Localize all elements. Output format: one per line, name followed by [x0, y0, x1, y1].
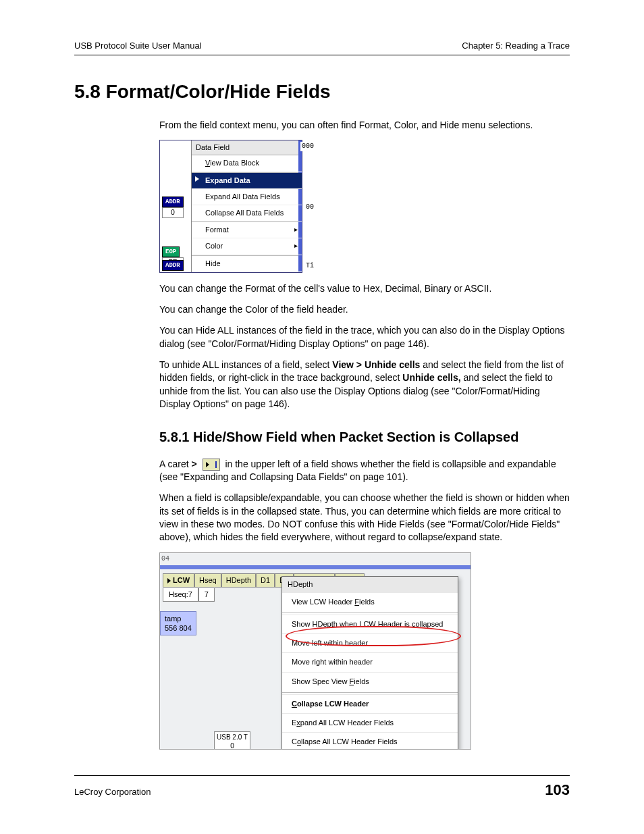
hdepth-context-menu: HDepth View LCW Header Fields Show HDept… [281, 576, 458, 750]
menu-item-view-data-block[interactable]: VView Data Blockiew Data Block [192, 155, 302, 172]
menu-item-hide[interactable]: Hide [192, 256, 302, 272]
addr-block: ADDR 0 [162, 196, 184, 218]
usb-label: USB 2.0 T 0 [214, 731, 250, 750]
hdepth-screenshot: 04 LCW Hseq HDepth D1 D2 Reserved CRC5 H… [159, 552, 471, 750]
caret-greater-than: > [191, 459, 196, 469]
context-menu: Data Field VView Data Blockiew Data Bloc… [191, 140, 302, 271]
small-label-04: 04 [161, 554, 169, 564]
cell-d1[interactable]: D1 [256, 573, 275, 588]
section-heading: 5.8 Format/Color/Hide Fields [74, 81, 570, 103]
caret-paragraph: A caret > in the upper left of a field s… [159, 458, 570, 484]
subsection-heading: 5.8.1 Hide/Show Field when Packet Sectio… [159, 428, 570, 447]
footer-page-number: 103 [545, 781, 570, 799]
intro-paragraph: From the field context menu, you can oft… [159, 119, 570, 132]
menu-title: Data Field [192, 140, 302, 155]
running-header: USB Protocol Suite User Manual Chapter 5… [74, 41, 570, 51]
ts-label: tamp [165, 615, 181, 623]
sub-row: Hseq:7 7 [163, 588, 215, 602]
timestamp-block: tamp 556 804 [160, 611, 196, 636]
right-num-000: 000 [300, 142, 315, 151]
addr2-block: ADDR [162, 259, 184, 271]
bold-unhide-cells: Unhide cells, [402, 372, 460, 383]
page: USB Protocol Suite User Manual Chapter 5… [0, 0, 644, 834]
color-paragraph: You can change the Color of the field he… [159, 303, 570, 316]
blue-bar [160, 565, 471, 569]
menu-item-expand-all[interactable]: Expand All Data Fields [192, 189, 302, 205]
body-column: From the field context menu, you can oft… [159, 119, 570, 750]
addr-chip: ADDR [162, 197, 184, 207]
menu2-move-right[interactable]: Move right within header [282, 652, 458, 671]
menu2-title: HDepth [282, 577, 458, 592]
header-right: Chapter 5: Reading a Trace [462, 41, 570, 51]
menu2-move-left[interactable]: Move left within header [282, 633, 458, 652]
sub-hseq-value: 7 [198, 588, 215, 602]
eop-chip: EOP [162, 246, 180, 257]
footer-corporation: LeCroy Corporation [74, 787, 151, 797]
header-left: USB Protocol Suite User Manual [74, 41, 202, 51]
sub-hseq-label: Hseq:7 [163, 588, 198, 602]
menu-item-collapse-all[interactable]: Collapse All Data Fields [192, 205, 302, 221]
menu2-collapse-header[interactable]: Collapse LCW Header [282, 694, 458, 713]
menu-item-format[interactable]: Format [192, 222, 302, 238]
menu2-show-spec[interactable]: Show Spec View Fields [282, 672, 458, 691]
bold-view-unhide: View > Unhide cells [332, 359, 420, 370]
ts-value: 556 804 [165, 624, 192, 632]
hide-paragraph: You can Hide ALL instances of the field … [159, 324, 570, 350]
menu-item-color[interactable]: Color [192, 238, 302, 255]
unhide-paragraph: To unhide ALL instances of a field, sele… [159, 359, 570, 411]
cell-lcw[interactable]: LCW [163, 573, 194, 588]
header-rule [74, 55, 570, 55]
format-paragraph: You can change the Format of the cell's … [159, 282, 570, 295]
addr-value: 0 [162, 207, 184, 218]
menu2-view-fields[interactable]: View LCW Header Fields [282, 592, 458, 611]
cell-hseq[interactable]: Hseq [194, 573, 221, 588]
addr2-chip: ADDR [162, 260, 184, 271]
menu-item-expand-data[interactable]: Expand Data [192, 173, 302, 189]
collapse-paragraph: When a field is collapsible/expandable, … [159, 492, 570, 544]
caret-icon [203, 459, 220, 471]
menu2-expand-all[interactable]: Expand All LCW Header Fields [282, 713, 458, 732]
right-label-ti: Ti [304, 261, 315, 271]
context-menu-screenshot: Data 8 byt Data Field VView Data Blockie… [159, 140, 302, 272]
cell-hdepth[interactable]: HDepth [221, 573, 256, 588]
menu2-show-when-collapsed[interactable]: Show HDepth when LCW Header is collapsed [282, 615, 458, 633]
menu2-collapse-all[interactable]: Collapse All LCW Header Fields [282, 732, 458, 750]
right-num-00: 00 [304, 203, 315, 212]
page-footer: LeCroy Corporation 103 [74, 775, 570, 799]
